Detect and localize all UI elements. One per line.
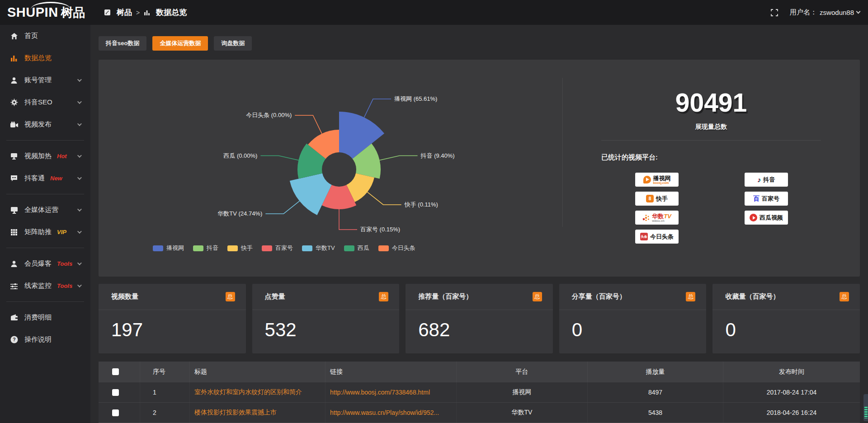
col-header-time: 发布时间 — [723, 362, 860, 382]
sidebar-item-member-baoke[interactable]: 会员爆客 Tools — [0, 253, 90, 275]
fullscreen-icon[interactable] — [771, 9, 778, 16]
legend-swatch — [378, 245, 389, 251]
chevron-down-icon — [77, 153, 82, 158]
legend-label: 今日头条 — [392, 244, 415, 252]
breadcrumb-current[interactable]: 数据总览 — [156, 7, 187, 18]
sidebar-item-video-boost[interactable]: 视频加热 Hot — [0, 145, 90, 167]
pie-chart: 播视网 抖音 快手 百家号 华数TV 西瓜 今日头条 播视网 (65.61%)抖… — [99, 60, 562, 277]
legend-label: 快手 — [241, 244, 253, 252]
row-checkbox[interactable] — [112, 409, 119, 416]
legend-label: 华数TV — [316, 244, 335, 252]
user-menu[interactable]: 用户名： zswodun88 — [790, 8, 860, 17]
videos-table: 序号 标题 链接 平台 播放量 发布时间 1 室外水纹灯和室内水纹灯的区别和简介… — [99, 362, 860, 423]
chevron-down-icon — [77, 77, 82, 82]
pie-slice-label: 百家号 (0.15%) — [360, 226, 400, 234]
tab-douyin-seo-data[interactable]: 抖音seo数据 — [99, 36, 146, 51]
legend-label: 西瓜 — [358, 244, 369, 252]
cell-plays: 5438 — [588, 403, 723, 423]
select-all-checkbox[interactable] — [112, 368, 119, 375]
floating-widget[interactable] — [863, 394, 868, 421]
user-icon — [10, 260, 18, 268]
topbar: SHUPIN 树品 树品 > 数据总览 用户名： zswodun88 — [0, 0, 868, 25]
video-title-link[interactable]: 楼体投影灯投影效果震撼上市 — [194, 409, 277, 417]
legend-item[interactable]: 抖音 — [193, 244, 218, 252]
tools-badge: Tools — [57, 282, 72, 289]
pie-label-line — [339, 209, 357, 230]
col-header-title: 标题 — [190, 362, 326, 382]
pie-slice-label: 快手 (0.11%) — [405, 201, 438, 209]
card-title: 视频数量 — [111, 292, 138, 301]
monitor-icon — [10, 206, 18, 214]
legend-item[interactable]: 今日头条 — [378, 244, 415, 252]
cell-time: 2018-04-26 16:24 — [723, 403, 860, 423]
pie-slice-label: 西瓜 (0.00%) — [223, 152, 257, 160]
tab-omnimedia-data[interactable]: 全媒体运营数据 — [152, 36, 208, 51]
card-title: 点赞量 — [265, 292, 285, 301]
monitor-flame-icon — [10, 152, 18, 160]
sidebar-item-douyin-seo[interactable]: 抖音SEO — [0, 91, 90, 113]
card-title: 分享量（百家号） — [572, 292, 626, 301]
cell-platform: 华数TV — [457, 403, 588, 423]
data-tabs: 抖音seo数据 全媒体运营数据 询盘数据 — [99, 36, 252, 51]
sidebar-divider — [6, 301, 84, 302]
legend-label: 百家号 — [275, 244, 293, 252]
sidebar-item-label: 操作说明 — [24, 335, 52, 344]
breadcrumb-separator: > — [136, 9, 140, 16]
sidebar-item-douketong[interactable]: 抖客通 New — [0, 167, 90, 189]
pie-slice-label: 华数TV (24.74%) — [217, 210, 262, 218]
sidebar-item-label: 会员爆客 — [24, 259, 52, 268]
overview-panel: 播视网 抖音 快手 百家号 华数TV 西瓜 今日头条 播视网 (65.61%)抖… — [99, 60, 860, 277]
tab-inquiry-data[interactable]: 询盘数据 — [214, 36, 252, 51]
sidebar-item-account-mgmt[interactable]: 账号管理 — [0, 69, 90, 91]
baijiahao-logo-icon: 百 — [753, 195, 760, 203]
pie-label-line — [380, 156, 418, 160]
video-url-link[interactable]: http://www.boosj.com/7338468.html — [330, 389, 430, 396]
username-label: 用户名： — [790, 8, 817, 17]
legend-swatch — [302, 245, 312, 251]
pie-label-line — [364, 99, 392, 118]
main-content: 抖音seo数据 全媒体运营数据 询盘数据 播视网 抖音 快手 百家号 华数TV … — [90, 25, 868, 423]
legend-item[interactable]: 播视网 — [153, 244, 184, 252]
douyin-logo-icon: ♪ — [758, 176, 761, 183]
sidebar-item-label: 首页 — [24, 32, 38, 40]
bar-chart-icon — [144, 9, 150, 15]
pie-label-line — [260, 156, 298, 160]
sidebar-item-instructions[interactable]: ? 操作说明 — [0, 329, 90, 351]
chevron-down-icon — [77, 283, 82, 287]
svg-text:?: ? — [13, 337, 15, 342]
pie-slice-label: 抖音 (9.40%) — [421, 152, 455, 160]
sidebar-item-data-overview[interactable]: 数据总览 — [0, 47, 90, 69]
row-checkbox[interactable] — [112, 389, 119, 396]
total-impressions-value: 90491 — [562, 88, 860, 118]
legend-swatch — [344, 245, 354, 251]
vip-badge: VIP — [57, 229, 66, 235]
legend-item[interactable]: 快手 — [227, 244, 253, 252]
video-title-link[interactable]: 室外水纹灯和室内水纹灯的区别和简介 — [194, 388, 302, 396]
platform-badge-wasu: 华数TVwasu.cn — [635, 211, 679, 225]
sidebar-item-omnimedia[interactable]: 全媒体运营 — [0, 199, 90, 221]
chat-bubble-icon — [10, 174, 18, 183]
summary-zone: 90491 展现量总数 已统计的视频平台: 播视网boosj.com 8 快手 … — [562, 60, 860, 277]
legend-item[interactable]: 西瓜 — [344, 244, 369, 252]
bar-chart-icon — [10, 54, 18, 62]
legend-item[interactable]: 百家号 — [262, 244, 293, 252]
stat-card-video-count: 视频数量总 197 — [99, 284, 246, 353]
edit-square-icon — [104, 9, 111, 16]
app-logo: SHUPIN 树品 — [7, 0, 85, 25]
card-title: 收藏量（百家号） — [725, 292, 779, 301]
stat-card-recommends: 推荐量（百家号）总 682 — [406, 284, 553, 353]
sidebar-item-matrix-boost[interactable]: 矩阵助推 VIP — [0, 221, 90, 243]
sidebar-item-lead-monitor[interactable]: 线索监控 Tools — [0, 275, 90, 297]
cell-time: 2017-08-24 17:04 — [723, 382, 860, 402]
sidebar-item-label: 抖客通 — [24, 174, 45, 183]
sidebar-item-spending-details[interactable]: 消费明细 — [0, 306, 90, 329]
user-icon — [10, 76, 18, 85]
stat-card-likes: 点赞量总 532 — [252, 284, 400, 353]
breadcrumb-home[interactable]: 树品 — [117, 7, 132, 18]
video-url-link[interactable]: http://www.wasu.cn/Play/show/id/952... — [330, 409, 439, 416]
platform-badge-boosj: 播视网boosj.com — [635, 173, 679, 187]
sidebar-item-home[interactable]: 首页 — [0, 25, 90, 47]
sidebar-divider — [6, 140, 84, 141]
sidebar-item-video-publish[interactable]: 视频发布 — [0, 113, 90, 136]
legend-item[interactable]: 华数TV — [302, 244, 335, 252]
